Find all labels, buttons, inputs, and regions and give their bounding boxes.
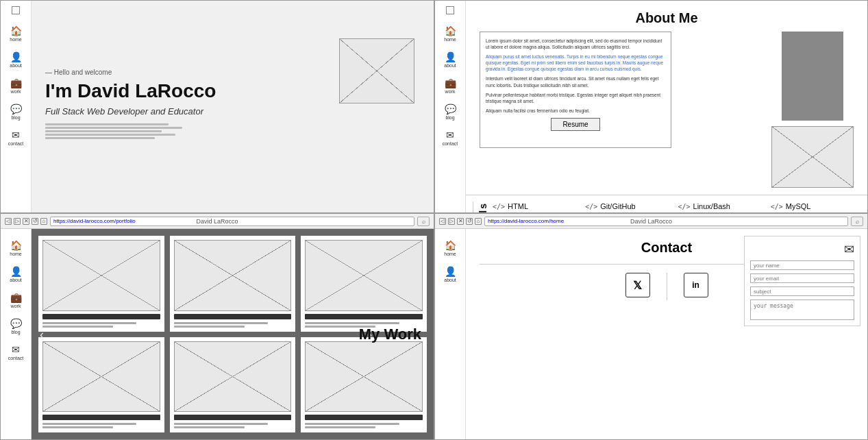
contact-body: Contact 𝕏 in ✉ <box>466 229 867 439</box>
forward-button[interactable]: ▷ <box>14 218 21 225</box>
message-textarea[interactable] <box>750 300 854 320</box>
sidebar-item-work[interactable]: 💼 work <box>1 288 31 313</box>
portfolio-card[interactable] <box>170 337 296 433</box>
about-photo-area <box>771 32 854 188</box>
mail-icon: ✉ <box>750 242 854 257</box>
sidebar-item-about[interactable]: 👤 about <box>435 262 465 286</box>
contact-icon: ✉ <box>12 130 20 140</box>
sidebar-item-contact[interactable]: ✉ contact <box>435 125 465 150</box>
home-hero-image <box>339 38 414 103</box>
card-meta <box>42 322 136 324</box>
portfolio-section-label: My Work <box>352 326 428 342</box>
card-title <box>42 415 160 420</box>
forward-button[interactable]: ▷ <box>448 218 455 225</box>
portfolio-content: ‹ <box>32 229 434 439</box>
sidebar-item-blog[interactable]: 💬 blog <box>435 99 465 124</box>
portfolio-card[interactable] <box>38 236 164 332</box>
social-icons: 𝕏 in <box>625 273 708 300</box>
home-sidebar: 🏠 home 👤 about 💼 work 💬 blog ✉ contact <box>1 1 32 212</box>
name-input[interactable] <box>750 260 854 270</box>
email-input[interactable] <box>750 273 854 283</box>
panel-home: 🏠 home 👤 about 💼 work 💬 blog ✉ contact —… <box>0 0 434 213</box>
about-icon: 👤 <box>10 266 22 277</box>
card-title <box>305 314 423 319</box>
contact-page-title: Contact <box>641 240 692 256</box>
about-icon: 👤 <box>445 266 456 277</box>
about-body: Lorem ipsum dolor sit amet, consectetur … <box>466 32 867 195</box>
twitter-button[interactable]: 𝕏 <box>625 273 650 297</box>
skill-mysql: </> MySQL <box>771 202 860 210</box>
home-icon: 🏠 <box>445 25 456 36</box>
sidebar-item-work[interactable]: 💼 work <box>1 73 31 98</box>
skill-html: </> HTML <box>493 202 582 210</box>
card-thumbnail <box>42 341 160 413</box>
about-icon: 👤 <box>445 51 456 62</box>
sidebar-item-about[interactable]: 👤 about <box>1 262 31 286</box>
sidebar-item-about[interactable]: 👤 about <box>435 47 465 72</box>
contact-main: 🏠 home 👤 about Contact 𝕏 in ✉ <box>435 229 867 439</box>
back-button[interactable]: ◁ <box>439 218 446 225</box>
browser-bar-portfolio: ◁ ▷ ✕ ↺ ⌂ David LaRocco https://david-la… <box>1 214 434 229</box>
portfolio-card[interactable] <box>301 337 427 433</box>
portfolio-sidebar: 🏠 home 👤 about 💼 work 💬 blog ✉ contact <box>1 229 32 439</box>
reload-button[interactable]: ↺ <box>32 218 38 225</box>
card-meta <box>174 426 245 428</box>
card-meta <box>42 423 136 425</box>
skill-git: </> Git/GitHub <box>585 202 675 210</box>
sidebar-item-home[interactable]: 🏠 home <box>435 236 465 260</box>
work-icon: 💼 <box>10 77 22 88</box>
skills-label: Skills <box>473 202 488 213</box>
portfolio-card[interactable] <box>38 337 164 433</box>
home-nav-button[interactable]: ⌂ <box>475 218 482 225</box>
sidebar-item-work[interactable]: 💼 work <box>435 73 465 98</box>
sidebar-item-home[interactable]: 🏠 home <box>435 21 465 46</box>
card-meta <box>305 426 375 428</box>
home-icon: 🏠 <box>10 240 22 251</box>
back-button[interactable]: ◁ <box>5 218 12 225</box>
resume-button[interactable]: Resume <box>551 118 599 131</box>
blog-icon: 💬 <box>445 103 456 114</box>
contact-sidebar: 🏠 home 👤 about <box>435 229 466 439</box>
home-nav-button[interactable]: ⌂ <box>40 218 47 225</box>
sidebar-item-blog[interactable]: 💬 blog <box>1 314 31 339</box>
linkedin-button[interactable]: in <box>684 273 708 297</box>
sidebar-item-blog[interactable]: 💬 blog <box>1 99 31 124</box>
about-sidebar: 🏠 home 👤 about 💼 work 💬 blog ✉ contact <box>435 1 466 212</box>
browser-title: David LaRocco <box>196 218 238 225</box>
card-meta <box>174 423 268 425</box>
blog-icon: 💬 <box>10 103 22 114</box>
about-icon: 👤 <box>10 51 22 62</box>
sidebar-item-about[interactable]: 👤 about <box>1 47 31 72</box>
about-secondary-photo <box>771 126 854 188</box>
card-thumbnail <box>305 341 423 413</box>
home-icon: 🏠 <box>445 240 456 251</box>
close-button[interactable]: ✕ <box>457 218 464 225</box>
sidebar-item-home[interactable]: 🏠 home <box>1 21 31 46</box>
browser-nav: ◁ ▷ ✕ ↺ ⌂ <box>439 218 482 225</box>
blog-icon: 💬 <box>10 318 22 329</box>
card-meta <box>305 423 399 425</box>
skills-section: Skills </> HTML </> Git/GitHub </> Linux… <box>466 195 867 213</box>
text-line <box>45 123 169 125</box>
sidebar-item-contact[interactable]: ✉ contact <box>1 340 31 365</box>
reload-button[interactable]: ↺ <box>466 218 473 225</box>
card-meta <box>174 322 268 324</box>
home-text-lines <box>45 123 420 139</box>
search-button[interactable]: ⌕ <box>417 217 430 226</box>
text-line <box>45 130 162 132</box>
card-title <box>174 415 292 420</box>
subject-input[interactable] <box>750 286 854 296</box>
sidebar-item-home[interactable]: 🏠 home <box>1 236 31 260</box>
social-divider <box>667 273 667 300</box>
portfolio-card[interactable] <box>170 236 296 332</box>
text-line <box>45 137 155 139</box>
checkbox[interactable] <box>446 6 454 14</box>
prev-button[interactable]: ‹ <box>40 327 44 341</box>
sidebar-item-contact[interactable]: ✉ contact <box>1 125 31 150</box>
about-lorem-text: Lorem ipsum dolor sit amet, consectetur … <box>480 32 671 148</box>
search-button[interactable]: ⌕ <box>851 217 863 226</box>
close-button[interactable]: ✕ <box>23 218 29 225</box>
checkbox[interactable] <box>12 6 20 14</box>
browser-title: David LaRocco <box>630 218 672 225</box>
portfolio-card[interactable] <box>301 236 427 332</box>
